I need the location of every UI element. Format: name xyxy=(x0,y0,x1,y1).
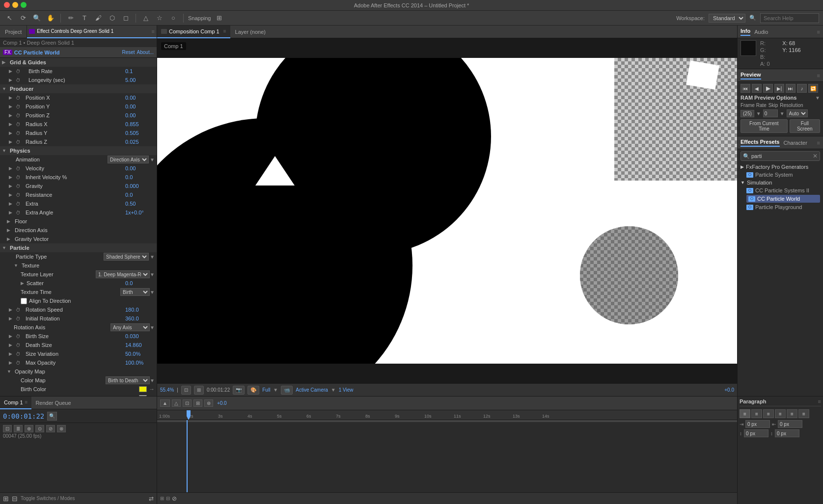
effects-panel-menu[interactable]: ≡ xyxy=(817,140,820,146)
ram-preview-arrow[interactable]: ▼ xyxy=(815,95,820,101)
space-input2[interactable] xyxy=(775,429,799,437)
tool-shape3[interactable]: ○ xyxy=(168,13,179,24)
prev-audio-btn[interactable]: ♪ xyxy=(797,84,807,93)
pos-y-chevron[interactable] xyxy=(9,104,15,109)
rad-y-value[interactable]: 0.505 xyxy=(125,130,155,136)
pos-x-stopwatch[interactable]: ⏱ xyxy=(15,94,22,101)
dir-axis-chevron[interactable] xyxy=(7,228,13,233)
tl-footer-btn[interactable]: ⊘ xyxy=(172,495,177,502)
birth-color-swatch[interactable] xyxy=(139,386,147,392)
velocity-value[interactable]: 0.00 xyxy=(125,165,155,171)
rad-z-stopwatch[interactable]: ⏱ xyxy=(15,138,22,145)
tool-brush[interactable]: 🖌 xyxy=(93,13,104,24)
simulation-group-header[interactable]: ▼ Simulation xyxy=(741,179,820,186)
effects-presets-tab[interactable]: Effects Presets xyxy=(741,139,780,147)
snapping-toggle[interactable]: ⊞ xyxy=(214,13,225,24)
birth-rate-chevron[interactable] xyxy=(9,69,15,74)
timecode-search-btn[interactable]: 🔍 xyxy=(47,412,57,421)
timeline-expand-btn[interactable]: ⊞ xyxy=(3,495,9,503)
max-opacity-chevron[interactable] xyxy=(9,360,15,365)
close-button[interactable] xyxy=(4,2,10,8)
size-var-chevron[interactable] xyxy=(9,351,15,356)
align-justify-btn[interactable]: ≡ xyxy=(775,409,786,418)
space-input1[interactable] xyxy=(744,429,768,437)
tool-shape2[interactable]: ☆ xyxy=(154,13,165,24)
indent-input1[interactable] xyxy=(745,420,770,428)
cc-particle-world-item[interactable]: ⬡ CC Particle World xyxy=(746,195,820,203)
camera-display[interactable]: Active Camera xyxy=(296,387,328,393)
layer-ctrl-btn3[interactable]: ⊕ xyxy=(25,425,33,432)
search-clear-btn[interactable]: ✕ xyxy=(813,153,818,159)
init-rot-stopwatch[interactable]: ⏱ xyxy=(15,315,22,322)
gravity-chevron[interactable] xyxy=(9,184,15,188)
producer-group[interactable]: Producer xyxy=(0,84,157,93)
skip-arrow[interactable]: ▼ xyxy=(780,111,785,116)
tool-pen[interactable]: ✏ xyxy=(65,13,76,24)
prev-last-btn[interactable]: ⏭ xyxy=(786,84,796,93)
tool-shape1[interactable]: △ xyxy=(140,13,151,24)
birth-rate-value[interactable]: 0.1 xyxy=(125,68,155,74)
effects-search-input[interactable] xyxy=(751,153,813,159)
inherit-vel-stopwatch[interactable]: ⏱ xyxy=(15,174,22,181)
rad-x-value[interactable]: 0.855 xyxy=(125,121,155,127)
preview-tab[interactable]: Preview xyxy=(741,72,761,80)
grid-guides-group[interactable]: Grid & Guides xyxy=(0,58,157,67)
prev-first-btn[interactable]: ⏮ xyxy=(741,84,750,93)
texture-time-arrow[interactable]: ▼ xyxy=(150,290,155,295)
max-opacity-value[interactable]: 100.0% xyxy=(125,360,155,366)
pos-x-chevron[interactable] xyxy=(9,95,15,100)
extra-angle-chevron[interactable] xyxy=(9,210,15,215)
longevity-value[interactable]: 5.00 xyxy=(125,77,155,83)
max-opacity-stopwatch[interactable]: ⏱ xyxy=(15,359,22,366)
layer-ctrl-btn4[interactable]: ⊙ xyxy=(35,425,44,432)
tool-text[interactable]: T xyxy=(79,13,90,24)
maximize-button[interactable] xyxy=(21,2,27,8)
layer-ctrl-btn5[interactable]: ⊘ xyxy=(46,425,55,432)
zoom-display[interactable]: 55.4% xyxy=(160,387,174,393)
render-queue-tab[interactable]: Render Queue xyxy=(31,397,75,409)
layer-ctrl-btn6[interactable]: ⊗ xyxy=(57,425,66,432)
longevity-chevron[interactable] xyxy=(9,78,15,82)
birth-color-arrow[interactable]: → xyxy=(149,386,155,393)
layer-ctrl-btn1[interactable]: ⊡ xyxy=(3,425,12,432)
minimize-button[interactable] xyxy=(12,2,18,8)
rot-speed-chevron[interactable] xyxy=(9,307,15,312)
frame-rate-value[interactable]: (25) xyxy=(741,110,754,117)
reset-button[interactable]: Reset xyxy=(122,50,135,55)
floor-row[interactable]: Floor xyxy=(0,217,157,226)
animation-dropdown-arrow[interactable]: ▼ xyxy=(150,157,155,162)
grav-vec-chevron[interactable] xyxy=(7,237,13,241)
gravity-vector-row[interactable]: Gravity Vector xyxy=(0,235,157,243)
workarea-btn1[interactable]: ▲ xyxy=(160,399,170,407)
texture-time-select[interactable]: Birth xyxy=(120,288,150,296)
vc-camera-btn[interactable]: 📷 xyxy=(233,386,245,395)
particle-chevron[interactable] xyxy=(2,245,8,250)
rot-speed-stopwatch[interactable]: ⏱ xyxy=(15,306,22,313)
quality-display[interactable]: Full xyxy=(262,387,270,393)
longevity-stopwatch[interactable]: ⏱ xyxy=(15,77,22,83)
physics-chevron[interactable] xyxy=(2,148,8,153)
grid-chevron[interactable] xyxy=(2,60,8,65)
comp-tab-menu[interactable]: ≡ xyxy=(223,28,226,34)
prev-prev-btn[interactable]: ◀ xyxy=(752,84,762,93)
character-tab[interactable]: Character xyxy=(784,140,807,146)
workarea-btn3[interactable]: ⊡ xyxy=(183,399,192,407)
pos-y-stopwatch[interactable]: ⏱ xyxy=(15,103,22,110)
init-rot-chevron[interactable] xyxy=(9,316,15,321)
timeline-collapse-btn[interactable]: ⊟ xyxy=(12,495,18,503)
tool-stamp[interactable]: ⬡ xyxy=(107,13,117,24)
size-var-stopwatch[interactable]: ⏱ xyxy=(15,350,22,357)
opacity-map-group[interactable]: Opacity Map xyxy=(0,367,157,376)
particle-type-select[interactable]: Shaded Sphere xyxy=(104,253,149,261)
view-display[interactable]: 1 View xyxy=(339,387,354,393)
vc-color-btn[interactable]: 🎨 xyxy=(247,386,259,395)
extra-angle-value[interactable]: 1x+0.0° xyxy=(125,210,155,215)
velocity-stopwatch[interactable]: ⏱ xyxy=(15,165,22,172)
rad-x-stopwatch[interactable]: ⏱ xyxy=(15,121,22,128)
size-var-value[interactable]: 50.0% xyxy=(125,351,155,357)
inherit-vel-chevron[interactable] xyxy=(9,175,15,180)
birth-size-chevron[interactable] xyxy=(9,334,15,339)
resistance-stopwatch[interactable]: ⏱ xyxy=(15,191,22,198)
audio-tab[interactable]: Audio xyxy=(754,29,768,35)
particle-playground-item[interactable]: ⬡ Particle Playground xyxy=(746,203,820,211)
